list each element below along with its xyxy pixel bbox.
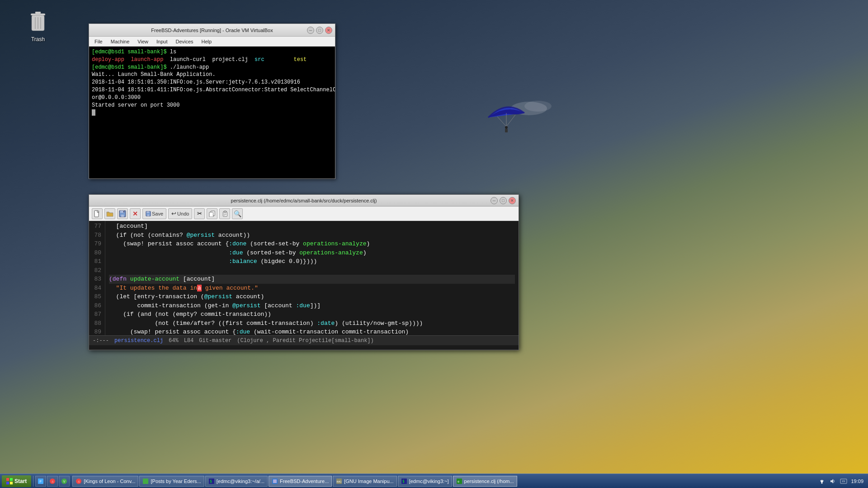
editor-titlebar: persistence.clj (/home/edmc/a/small-bank… <box>89 195 519 206</box>
toolbar-copy-btn[interactable] <box>207 208 217 219</box>
svg-point-1 <box>524 101 552 112</box>
svg-rect-40 <box>143 479 148 484</box>
vbox-menu-devices[interactable]: Devices <box>172 38 197 45</box>
vbox-close-btn[interactable]: ✕ <box>325 27 332 34</box>
toolbar-scissors-btn[interactable]: ✂ <box>194 208 205 219</box>
toolbar-new-btn[interactable] <box>92 208 103 219</box>
network-tray-icon[interactable] <box>818 478 826 485</box>
quicklaunch-icon-2[interactable]: ♫ <box>47 476 58 487</box>
svg-rect-31 <box>10 482 13 484</box>
start-icon <box>6 478 13 484</box>
svg-rect-28 <box>6 478 9 481</box>
trash-icon[interactable]: Trash <box>27 9 49 42</box>
svg-rect-22 <box>209 212 213 217</box>
code-line-83: (defn update-account [account] <box>109 275 515 284</box>
taskbar-item-gimp[interactable]: IMG [GNU Image Manipu... <box>333 476 396 487</box>
svg-text:$: $ <box>210 479 212 483</box>
volume-tray-icon[interactable] <box>829 478 836 485</box>
vbox-window-controls: ─ □ ✕ <box>307 27 332 34</box>
toolbar-close-x-btn[interactable]: ✕ <box>130 208 141 219</box>
taskbar-item-terminal1[interactable]: $ [edmc@viking3:~/a/... <box>205 476 268 487</box>
taskbar-item-music[interactable]: ♫ [Kings of Leon - Conv... <box>72 476 138 487</box>
code-line-86: commit-transaction (get-in @persist [acc… <box>109 301 515 310</box>
status-git: Git-master <box>199 338 231 344</box>
taskbar-item-editor-label: persistence.clj (/hom... <box>464 479 514 484</box>
taskbar-item-vbox-label: FreeBSD-Adventure... <box>280 479 329 484</box>
vbox-menu-view[interactable]: View <box>134 38 152 45</box>
taskbar-item-terminal2-label: [edmc@viking3:~] <box>409 479 449 484</box>
quicklaunch-area: F ♫ V <box>35 476 70 487</box>
svg-rect-19 <box>146 211 149 213</box>
term-line-6: 2018-11-04 18:51:01.411:INFO:oe.js.Abstr… <box>92 86 332 94</box>
svg-text:♫: ♫ <box>52 480 54 483</box>
toolbar-search-btn[interactable]: 🔍 <box>232 208 243 219</box>
vbox-menu-input[interactable]: Input <box>153 38 171 45</box>
editor-close-btn[interactable]: ✕ <box>509 197 516 204</box>
taskbar-separator <box>33 476 33 487</box>
toolbar-paste-btn[interactable] <box>219 208 230 219</box>
quicklaunch-icon-3[interactable]: V <box>59 476 70 487</box>
vbox-menu-machine[interactable]: Machine <box>107 38 133 45</box>
vbox-title: FreeBSD-Adventures [Running] - Oracle VM… <box>92 28 332 33</box>
taskbar-item-vbox[interactable]: FreeBSD-Adventure... <box>269 476 332 487</box>
vbox-minimize-btn[interactable]: ─ <box>307 27 314 34</box>
code-line-84: "It updates the data ina given account." <box>109 284 515 293</box>
term-line-5: 2018-11-04 18:51:01.350:INFO:oe.js.Serve… <box>92 79 332 86</box>
svg-rect-8 <box>35 12 41 14</box>
svg-text:e: e <box>458 480 459 483</box>
code-area[interactable]: [account] (if (not (contains? @persist a… <box>105 221 519 335</box>
svg-rect-17 <box>123 211 124 212</box>
svg-rect-13 <box>94 211 99 217</box>
taskbar: Start F ♫ V ♫ [Kings of Leon - Conv... [… <box>0 474 868 488</box>
toolbar-save-disk-btn[interactable] <box>117 208 128 219</box>
code-line-87: (if (and (not (empty? commit-transaction… <box>109 310 515 319</box>
editor-statusbar: -:--- persistence.clj 64% L84 Git-master… <box>89 335 519 345</box>
toolbar-save-text-btn[interactable]: Save <box>142 208 166 219</box>
quicklaunch-icon-1[interactable]: F <box>35 476 46 487</box>
svg-rect-30 <box>6 482 9 484</box>
taskbar-item-editor[interactable]: e persistence.clj (/hom... <box>453 476 517 487</box>
taskbar-item-music-label: [Kings of Leon - Conv... <box>84 479 135 484</box>
vbox-window: FreeBSD-Adventures [Running] - Oracle VM… <box>89 23 335 179</box>
code-line-88: (not (time/after? ((first commit-transac… <box>109 319 515 328</box>
editor-window: persistence.clj (/home/edmc/a/small-bank… <box>89 194 519 350</box>
vbox-terminal[interactable]: [edmc@bsd1 small-bank]$ ls deploy-app la… <box>89 47 335 178</box>
keyboard-tray-icon[interactable]: EN <box>840 478 847 485</box>
svg-text:IMG: IMG <box>337 480 342 483</box>
editor-maximize-btn[interactable]: □ <box>500 197 507 204</box>
browser-taskbar-icon <box>142 478 149 484</box>
code-line-89: (swap! persist assoc account {:due (wait… <box>109 328 515 335</box>
svg-text:V: V <box>63 480 66 483</box>
status-filename: persistence.clj <box>114 338 163 344</box>
code-line-77: [account] <box>109 222 515 231</box>
save-label: Save <box>152 211 163 216</box>
code-line-78: (if (not (contains? @persist account)) <box>109 231 515 240</box>
vbox-menu-file[interactable]: File <box>91 38 106 45</box>
vbox-maximize-btn[interactable]: □ <box>316 27 323 34</box>
toolbar-open-btn[interactable] <box>104 208 115 219</box>
taskbar-item-gimp-label: [GNU Image Manipu... <box>344 479 393 484</box>
status-mode: -:--- <box>93 338 109 344</box>
status-line: L84 <box>184 338 194 344</box>
editor-minimize-btn[interactable]: ─ <box>491 197 498 204</box>
taskbar-item-browser1[interactable]: [Posts by Year Eders... <box>139 476 204 487</box>
vbox-menu-help[interactable]: Help <box>198 38 216 45</box>
editor-window-controls: ─ □ ✕ <box>491 197 516 204</box>
svg-text:$: $ <box>402 479 405 483</box>
toolbar-undo-btn[interactable]: ↩ Undo <box>168 208 192 219</box>
undo-label: Undo <box>177 211 189 216</box>
svg-rect-44 <box>273 479 277 483</box>
paraglider-decoration <box>461 90 552 145</box>
svg-rect-24 <box>224 211 226 212</box>
taskbar-item-terminal2[interactable]: $ [edmc@viking3:~] <box>398 476 452 487</box>
trash-icon-image <box>27 9 49 34</box>
taskbar-start-button[interactable]: Start <box>2 475 31 487</box>
svg-point-5 <box>505 126 508 129</box>
editor-content[interactable]: 77 78 79 80 81 82 83 84 85 86 87 88 89 [… <box>89 221 519 335</box>
editor-title: persistence.clj (/home/edmc/a/small-bank… <box>92 198 516 203</box>
taskbar-item-browser1-label: [Posts by Year Eders... <box>151 479 201 484</box>
status-percent: 64% <box>169 338 179 344</box>
term-line-3: [edmc@bsd1 small-bank]$ ./launch-app <box>92 64 332 71</box>
svg-rect-6 <box>505 129 508 132</box>
editor-toolbar: ✕ Save ↩ Undo ✂ <box>89 206 519 221</box>
